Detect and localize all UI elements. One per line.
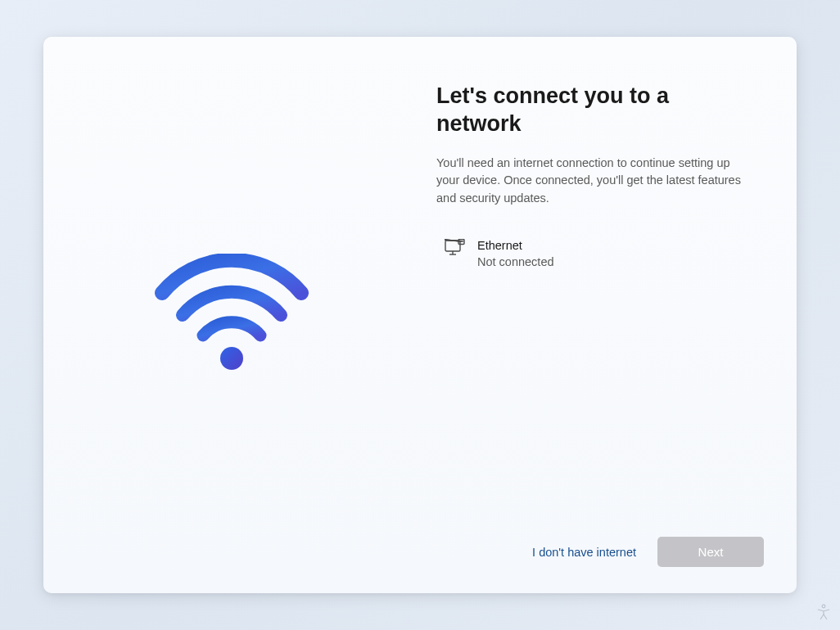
page-title: Let's connect you to a network	[436, 83, 757, 138]
accessibility-icon[interactable]	[815, 604, 832, 623]
next-button[interactable]: Next	[657, 537, 764, 567]
svg-point-0	[220, 347, 243, 370]
illustration-pane	[43, 37, 420, 593]
content-pane: Let's connect you to a network You'll ne…	[420, 37, 797, 593]
svg-rect-1	[445, 241, 460, 251]
svg-point-8	[822, 605, 825, 608]
network-item-ethernet[interactable]: Ethernet Not connected	[436, 234, 757, 274]
ethernet-icon	[445, 239, 466, 260]
wifi-icon	[150, 233, 314, 397]
page-description: You'll need an internet connection to co…	[436, 155, 757, 208]
setup-card: Let's connect you to a network You'll ne…	[43, 37, 797, 593]
network-text: Ethernet Not connected	[477, 237, 554, 271]
network-status: Not connected	[477, 254, 554, 270]
svg-line-7	[445, 240, 463, 241]
network-name: Ethernet	[477, 237, 554, 254]
footer-actions: I don't have internet Next	[532, 537, 764, 567]
skip-internet-link[interactable]: I don't have internet	[532, 546, 636, 559]
